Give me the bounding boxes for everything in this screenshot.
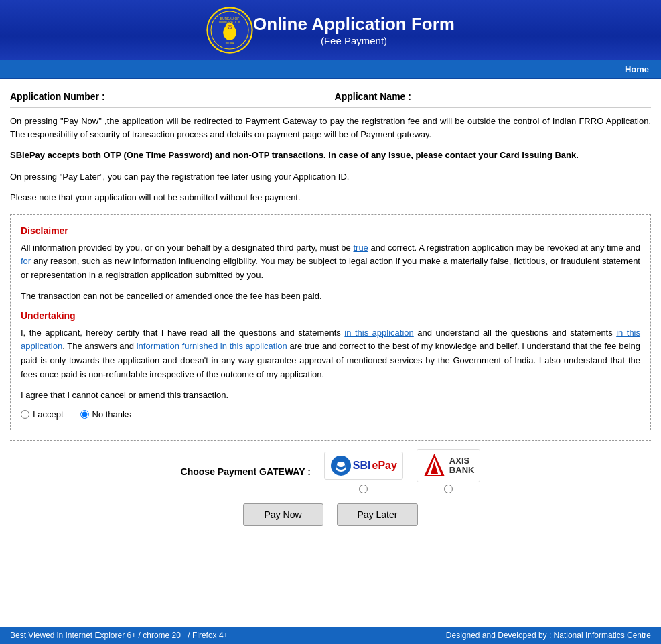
accept-radio[interactable]	[21, 410, 29, 419]
sbi-radio[interactable]	[359, 485, 368, 493]
applicant-name-section: Applicant Name :	[335, 91, 411, 102]
info-para-3: On pressing "Pay Later", you can pay the…	[10, 170, 651, 184]
svg-text:🦁: 🦁	[227, 24, 233, 30]
app-number-section: Application Number :	[10, 91, 105, 102]
scroll-placeholder	[641, 91, 651, 102]
page-header: BUREAU OF IMMIGRATION 🦁 INDIA Online App…	[0, 0, 661, 60]
highlight-for: for	[21, 256, 31, 266]
sbi-logo-container: SBIePay	[324, 452, 403, 480]
axis-triangle-icon	[423, 452, 446, 479]
epay-text: ePay	[372, 460, 396, 472]
axis-option: AXIS BANK	[417, 451, 481, 493]
disclaimer-box: Disclaimer All information provided by y…	[10, 214, 651, 430]
bank-text: BANK	[449, 466, 475, 475]
acceptance-radio-group: I accept No thanks	[21, 409, 640, 420]
svg-text:INDIA: INDIA	[226, 42, 235, 45]
sbi-text: SBI	[353, 460, 371, 472]
info-para-1: On pressing "Pay Now" ,the application w…	[10, 115, 651, 141]
sbi-circle-icon	[330, 455, 352, 476]
accept-label[interactable]: I accept	[21, 409, 64, 420]
undertaking-text-2: I agree that I cannot cancel or amend th…	[21, 389, 640, 403]
gateway-label: Choose Payment GATEWAY :	[181, 466, 311, 477]
info-para-2: SBIePay accepts both OTP (One Time Passw…	[10, 149, 651, 162]
gateway-row: Choose Payment GATEWAY :	[10, 451, 651, 493]
page-footer: Best Viewed in Internet Explorer 6+ / ch…	[0, 627, 661, 644]
header-title-block: Online Application Form (Fee Payment)	[253, 14, 455, 46]
disclaimer-title: Disclaimer	[21, 225, 640, 236]
axis-radio[interactable]	[444, 485, 453, 493]
pay-later-button[interactable]: Pay Later	[337, 503, 419, 526]
main-title: Online Application Form	[253, 14, 455, 35]
sbipay-logo: SBIePay	[324, 451, 403, 481]
svg-text:BUREAU OF: BUREAU OF	[220, 17, 240, 21]
app-info-row: Application Number : Applicant Name :	[10, 86, 651, 108]
footer-left: Best Viewed in Internet Explorer 6+ / ch…	[10, 631, 228, 640]
axis-text-block: AXIS BANK	[449, 456, 475, 476]
no-thanks-text: No thanks	[92, 409, 132, 420]
axis-logo: AXIS BANK	[417, 451, 481, 481]
disclaimer-text-1: All information provided by you, or on y…	[21, 241, 640, 283]
no-thanks-label[interactable]: No thanks	[80, 409, 132, 420]
info-para-4: Please note that your application will n…	[10, 191, 651, 204]
home-link[interactable]: Home	[619, 63, 654, 76]
main-content: Application Number : Applicant Name : On…	[0, 79, 661, 543]
sbipay-option: SBIePay	[324, 451, 403, 493]
payment-section: Choose Payment GATEWAY :	[10, 440, 651, 526]
disclaimer-text-2: The transaction can not be cancelled or …	[21, 289, 640, 304]
undertaking-title: Undertaking	[21, 310, 640, 321]
footer-right: Designed and Developed by : National Inf…	[446, 631, 651, 640]
accept-text: I accept	[33, 409, 64, 420]
undertaking-text: I, the applicant, hereby certify that I …	[21, 326, 640, 382]
main-subtitle: (Fee Payment)	[253, 35, 455, 46]
highlight-true: true	[353, 243, 368, 253]
no-thanks-radio[interactable]	[80, 410, 89, 419]
axis-text: AXIS	[449, 456, 475, 466]
axis-logo-container: AXIS BANK	[417, 449, 481, 482]
navbar: Home	[0, 60, 661, 79]
pay-now-button[interactable]: Pay Now	[243, 503, 323, 526]
app-number-label: Application Number :	[10, 91, 105, 102]
applicant-name-label: Applicant Name :	[335, 91, 411, 102]
action-buttons-row: Pay Now Pay Later	[10, 503, 651, 526]
bureau-logo: BUREAU OF IMMIGRATION 🦁 INDIA	[206, 7, 253, 54]
